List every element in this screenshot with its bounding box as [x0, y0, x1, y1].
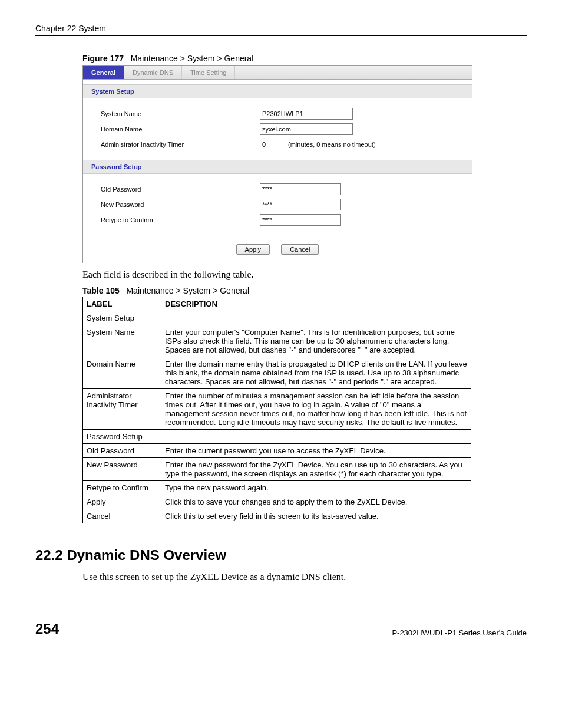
figure-caption: Figure 177 Maintenance > System > Genera…	[82, 54, 527, 63]
cell-desc: Enter the current password you use to ac…	[161, 444, 471, 458]
input-new-password[interactable]	[260, 199, 341, 210]
cell-desc: Click this to set every field in this sc…	[161, 509, 471, 523]
input-old-password[interactable]	[260, 183, 341, 195]
tab-dynamic-dns[interactable]: Dynamic DNS	[124, 66, 182, 79]
cancel-button[interactable]: Cancel	[281, 244, 319, 255]
label-admin-timer: Administrator Inactivity Timer	[101, 141, 260, 148]
cell-label: Password Setup	[83, 430, 161, 444]
admin-timer-hint: (minutes, 0 means no timeout)	[288, 141, 376, 148]
description-table: LABEL DESCRIPTION System Setup System Na…	[82, 297, 471, 523]
cell-label: Apply	[83, 495, 161, 509]
table-row: Password Setup	[83, 430, 471, 444]
cell-label: Retype to Confirm	[83, 481, 161, 495]
cell-label: Administrator Inactivity Timer	[83, 389, 161, 430]
tab-bar: General Dynamic DNS Time Setting	[83, 66, 472, 80]
tab-time-setting[interactable]: Time Setting	[182, 66, 235, 79]
label-old-password: Old Password	[101, 186, 260, 193]
label-retype: Retype to Confirm	[101, 216, 260, 223]
cell-desc	[161, 311, 471, 325]
section-22-2-title: 22.2 Dynamic DNS Overview	[35, 547, 527, 564]
system-setup-form: System Name Domain Name Administrator In…	[83, 98, 472, 160]
cell-desc: Type the new password again.	[161, 481, 471, 495]
cell-desc: Enter the new password for the ZyXEL Dev…	[161, 458, 471, 481]
cell-desc: Enter the number of minutes a management…	[161, 389, 471, 430]
screenshot-panel: General Dynamic DNS Time Setting System …	[82, 65, 472, 263]
label-domain-name: Domain Name	[101, 126, 260, 133]
password-setup-form: Old Password New Password Retype to Conf…	[83, 174, 472, 235]
table-row: Retype to ConfirmType the new password a…	[83, 481, 471, 495]
table-caption: Table 105 Maintenance > System > General	[82, 286, 527, 295]
section-password-setup: Password Setup	[83, 160, 472, 174]
tab-general[interactable]: General	[83, 66, 124, 79]
table-row: Old PasswordEnter the current password y…	[83, 444, 471, 458]
cell-desc: Click this to save your changes and to a…	[161, 495, 471, 509]
cell-label: Domain Name	[83, 357, 161, 389]
button-row: Apply Cancel	[101, 239, 454, 263]
input-system-name[interactable]	[260, 108, 353, 120]
cell-label: Cancel	[83, 509, 161, 523]
cell-label: Old Password	[83, 444, 161, 458]
th-description: DESCRIPTION	[161, 297, 471, 311]
input-domain-name[interactable]	[260, 123, 353, 135]
section-system-setup: System Setup	[83, 84, 472, 98]
table-row: New PasswordEnter the new password for t…	[83, 458, 471, 481]
table-row: Domain NameEnter the domain name entry t…	[83, 357, 471, 389]
cell-label: System Name	[83, 325, 161, 357]
table-caption-text: Maintenance > System > General	[126, 286, 249, 295]
table-row: System NameEnter your computer's "Comput…	[83, 325, 471, 357]
table-row: System Setup	[83, 311, 471, 325]
table-row: ApplyClick this to save your changes and…	[83, 495, 471, 509]
page-header: Chapter 22 System	[35, 24, 527, 36]
table-row: Administrator Inactivity TimerEnter the …	[83, 389, 471, 430]
page-number: 254	[35, 621, 59, 637]
cell-label: System Setup	[83, 311, 161, 325]
label-system-name: System Name	[101, 110, 260, 117]
cell-desc: Enter the domain name entry that is prop…	[161, 357, 471, 389]
figure-label: Figure 177	[82, 54, 124, 63]
cell-desc	[161, 430, 471, 444]
figure-caption-text: Maintenance > System > General	[131, 54, 254, 63]
footer-guide: P-2302HWUDL-P1 Series User's Guide	[392, 628, 527, 637]
page-footer: 254 P-2302HWUDL-P1 Series User's Guide	[35, 618, 527, 637]
input-retype[interactable]	[260, 214, 341, 226]
input-admin-timer[interactable]	[260, 139, 282, 150]
table-row: CancelClick this to set every field in t…	[83, 509, 471, 523]
th-label: LABEL	[83, 297, 161, 311]
cell-desc: Enter your computer's "Computer Name". T…	[161, 325, 471, 357]
label-new-password: New Password	[101, 201, 260, 208]
cell-label: New Password	[83, 458, 161, 481]
apply-button[interactable]: Apply	[236, 244, 270, 255]
table-label: Table 105	[82, 286, 120, 295]
intro-text: Each field is described in the following…	[82, 269, 527, 280]
section-22-2-text: Use this screen to set up the ZyXEL Devi…	[82, 572, 527, 582]
